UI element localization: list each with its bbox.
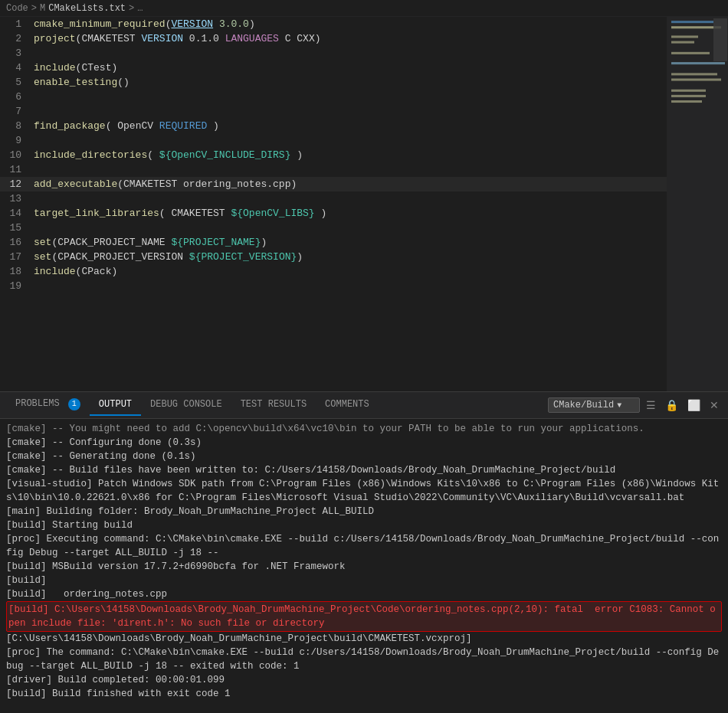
- panel-output-content[interactable]: [cmake] -- You might need to add C:\open…: [0, 419, 728, 713]
- line-number: 10: [0, 148, 31, 162]
- tab-comments[interactable]: COMMENTS: [316, 394, 379, 416]
- cmake-build-dropdown[interactable]: CMake/Build ▼: [548, 397, 640, 413]
- line-number: 7: [0, 104, 31, 119]
- svg-rect-1: [671, 21, 713, 23]
- table-row: 12 add_executable(CMAKETEST ordering_not…: [0, 177, 667, 191]
- breadcrumb-sep2: >: [129, 3, 134, 14]
- list-item: [cmake] -- Build files have been written…: [6, 463, 722, 477]
- list-item: [visual-studio] Patch Windows SDK path f…: [6, 477, 722, 505]
- code-editor[interactable]: 1 cmake_minimum_required(VERSION 3.0.0) …: [0, 17, 667, 391]
- table-row: 4 include(CTest): [0, 61, 667, 75]
- line-number: 19: [0, 279, 31, 293]
- list-item: [driver] Build completed: 00:00:01.099: [6, 673, 722, 687]
- lock-icon: 🔒: [665, 399, 678, 411]
- table-row: 18 include(CPack): [0, 264, 667, 279]
- close-icon: ✕: [710, 399, 719, 411]
- tab-test-results-label: TEST RESULTS: [241, 399, 307, 410]
- line-code: set(CPACK_PROJECT_NAME ${PROJECT_NAME}): [31, 235, 667, 250]
- table-row: 10 include_directories( ${OpenCV_INCLUDE…: [0, 148, 667, 162]
- svg-rect-10: [671, 95, 706, 97]
- table-row: 1 cmake_minimum_required(VERSION 3.0.0): [0, 17, 667, 31]
- line-number: 3: [0, 46, 31, 61]
- list-item: [main] Building folder: Brody_Noah_DrumM…: [6, 505, 722, 518]
- breadcrumb-file[interactable]: CMakeLists.txt: [48, 3, 126, 14]
- table-row: 11: [0, 162, 667, 177]
- tab-output-label: OUTPUT: [99, 399, 132, 410]
- line-code: include(CTest): [31, 61, 667, 75]
- line-number: 9: [0, 133, 31, 148]
- tab-debug-label: DEBUG CONSOLE: [150, 399, 222, 410]
- tab-test-results[interactable]: TEST RESULTS: [231, 394, 316, 416]
- list-item: [proc] Executing command: C:\CMake\bin\c…: [6, 532, 722, 560]
- clear-output-button[interactable]: ☰: [643, 397, 659, 413]
- table-row: 15: [0, 221, 667, 235]
- svg-rect-9: [671, 90, 706, 92]
- table-row: 17 set(CPACK_PROJECT_VERSION ${PROJECT_V…: [0, 250, 667, 264]
- maximize-panel-button[interactable]: ⬜: [684, 397, 703, 413]
- line-number: 18: [0, 264, 31, 279]
- svg-rect-12: [713, 18, 727, 61]
- line-code: include_directories( ${OpenCV_INCLUDE_DI…: [31, 148, 667, 162]
- line-code: find_package( OpenCV REQUIRED ): [31, 119, 667, 133]
- line-code: [31, 46, 667, 61]
- tab-debug-console[interactable]: DEBUG CONSOLE: [141, 394, 231, 416]
- tab-output[interactable]: OUTPUT: [90, 394, 141, 416]
- list-item: [C:\Users\14158\Downloads\Brody_Noah_Dru…: [6, 632, 722, 646]
- line-number: 17: [0, 250, 31, 264]
- problems-badge: 1: [68, 398, 80, 410]
- table-row: 9: [0, 133, 667, 148]
- list-item: [cmake] -- Generating done (0.1s): [6, 450, 722, 463]
- line-code: include(CPack): [31, 264, 667, 279]
- line-code: cmake_minimum_required(VERSION 3.0.0): [31, 17, 667, 31]
- line-number: 13: [0, 191, 31, 206]
- clear-icon: ☰: [646, 399, 656, 411]
- list-item: [build]: [6, 574, 722, 587]
- line-number: 16: [0, 235, 31, 250]
- maximize-icon: ⬜: [687, 399, 700, 411]
- table-row: 2 project(CMAKETEST VERSION 0.1.0 LANGUA…: [0, 31, 667, 46]
- tab-problems-label: PROBLEMS: [15, 398, 60, 409]
- list-item: [cmake] -- Configuring done (0.3s): [6, 436, 722, 450]
- line-number: 2: [0, 31, 31, 46]
- lock-button[interactable]: 🔒: [662, 397, 681, 413]
- panel-actions: CMake/Build ▼ ☰ 🔒 ⬜ ✕: [548, 397, 722, 413]
- breadcrumb-sep1: >: [31, 3, 37, 14]
- list-item: [proc] The command: C:\CMake\bin\cmake.E…: [6, 646, 722, 673]
- line-code: [31, 133, 667, 148]
- breadcrumb-code[interactable]: Code: [6, 3, 28, 14]
- svg-rect-11: [671, 100, 702, 103]
- table-row: 8 find_package( OpenCV REQUIRED ): [0, 119, 667, 133]
- line-code: [31, 191, 667, 206]
- list-item: [build] Build finished with exit code 1: [6, 687, 722, 701]
- table-row: 6: [0, 90, 667, 104]
- line-number: 5: [0, 75, 31, 90]
- error-line: [build] C:\Users\14158\Downloads\Brody_N…: [6, 601, 722, 632]
- output-panel: PROBLEMS 1 OUTPUT DEBUG CONSOLE TEST RES…: [0, 391, 728, 713]
- table-row: 5 enable_testing(): [0, 75, 667, 90]
- close-panel-button[interactable]: ✕: [707, 397, 722, 413]
- line-number: 4: [0, 61, 31, 75]
- table-row: 7: [0, 104, 667, 119]
- svg-rect-7: [671, 73, 717, 75]
- tab-problems[interactable]: PROBLEMS 1: [6, 394, 90, 417]
- line-number: 12: [0, 177, 31, 191]
- line-number: 11: [0, 162, 31, 177]
- line-code: [31, 90, 667, 104]
- table-row: 3: [0, 46, 667, 61]
- chevron-down-icon: ▼: [617, 401, 621, 410]
- line-number: 6: [0, 90, 31, 104]
- list-item: [build] ordering_notes.cpp: [6, 587, 722, 601]
- breadcrumb-m: M: [40, 3, 45, 14]
- line-code: set(CPACK_PROJECT_VERSION ${PROJECT_VERS…: [31, 250, 667, 264]
- line-number: 8: [0, 119, 31, 133]
- breadcrumb-dots: …: [137, 3, 143, 14]
- svg-rect-3: [671, 35, 698, 38]
- line-code: [31, 279, 667, 293]
- breadcrumb: Code > M CMakeLists.txt > …: [0, 0, 728, 17]
- list-item: [build] C:\Users\14158\Downloads\Brody_N…: [6, 601, 722, 632]
- svg-rect-4: [671, 41, 694, 44]
- tab-comments-label: COMMENTS: [325, 399, 369, 410]
- minimap: [667, 17, 728, 391]
- line-number: 1: [0, 17, 31, 31]
- line-code: [31, 162, 667, 177]
